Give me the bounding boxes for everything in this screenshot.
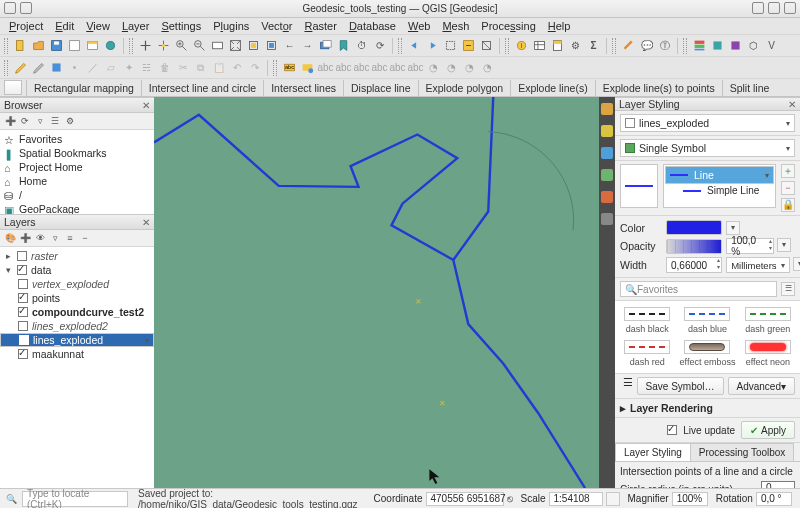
- scale-input[interactable]: 1:54108: [549, 492, 603, 506]
- opacity-slider[interactable]: [666, 239, 722, 254]
- zoom-layer-button[interactable]: [263, 37, 280, 54]
- measure-line-button[interactable]: [620, 37, 637, 54]
- identify-button[interactable]: i: [513, 37, 530, 54]
- plugin-tab-intersect-line-circle[interactable]: Intersect line and circle: [141, 80, 263, 96]
- browser-item-root[interactable]: ⛁/: [0, 188, 154, 202]
- style-manager-button[interactable]: [102, 37, 119, 54]
- new-geopackage-button[interactable]: [709, 37, 726, 54]
- menu-mesh[interactable]: Mesh: [437, 19, 474, 33]
- field-calc-button[interactable]: [549, 37, 566, 54]
- swatch-effect-neon[interactable]: effect neon: [740, 340, 796, 367]
- menu-vector[interactable]: Vector: [256, 19, 297, 33]
- swatch-dash-blue[interactable]: dash blue: [679, 307, 735, 334]
- layer-rendering-collapsible[interactable]: ▸Layer Rendering: [615, 399, 800, 418]
- lock-symbol-button[interactable]: 🔒: [781, 198, 795, 212]
- browser-collapse-button[interactable]: ☰: [48, 114, 62, 128]
- refresh-button[interactable]: ⟳: [371, 37, 388, 54]
- zoom-out-button[interactable]: [191, 37, 208, 54]
- map-tips-button[interactable]: 💬: [638, 37, 655, 54]
- browser-item-project-home[interactable]: ⌂Project Home: [0, 160, 154, 174]
- sidebar-tab-labels-icon[interactable]: [601, 125, 613, 137]
- open-attr-table-button[interactable]: [531, 37, 548, 54]
- maximize-button[interactable]: [768, 2, 780, 14]
- coordinate-toggle-icon[interactable]: ⎋: [507, 493, 513, 504]
- layers-tree[interactable]: ▸raster ▾data vertex_exploded points com…: [0, 247, 154, 488]
- menu-raster[interactable]: Raster: [299, 19, 341, 33]
- menu-processing[interactable]: Processing: [476, 19, 540, 33]
- menu-plugins[interactable]: Plugins: [208, 19, 254, 33]
- browser-item-favorites[interactable]: ☆Favorites: [0, 132, 154, 146]
- map-canvas[interactable]: [154, 97, 599, 488]
- remove-symbol-layer-button[interactable]: －: [781, 181, 795, 195]
- layout-manager-button[interactable]: [84, 37, 101, 54]
- opacity-spin[interactable]: 100,0 %: [726, 238, 774, 254]
- new-map-view-button[interactable]: [317, 37, 334, 54]
- zoom-selection-button[interactable]: [245, 37, 262, 54]
- plugin-tab-intersect-lines[interactable]: Intersect lines: [263, 80, 343, 96]
- layer-lines-exploded2[interactable]: lines_exploded2: [0, 319, 154, 333]
- pan-to-selection-button[interactable]: [155, 37, 172, 54]
- symbol-view-toggle[interactable]: ☰: [781, 282, 795, 296]
- sidebar-tab-masks-icon[interactable]: [601, 147, 613, 159]
- menu-view[interactable]: View: [81, 19, 115, 33]
- zoom-next-button[interactable]: →: [299, 37, 316, 54]
- swatch-effect-emboss[interactable]: effect emboss: [679, 340, 735, 367]
- window-pin-icon[interactable]: [20, 2, 32, 14]
- save-project-button[interactable]: [48, 37, 65, 54]
- zoom-last-button[interactable]: ←: [281, 37, 298, 54]
- add-symbol-layer-button[interactable]: ＋: [781, 164, 795, 178]
- layers-expand-button[interactable]: ≡: [63, 231, 77, 245]
- statistics-button[interactable]: Σ: [585, 37, 602, 54]
- swatch-dash-red[interactable]: dash red: [619, 340, 675, 367]
- width-unit-select[interactable]: Millimeters: [726, 257, 790, 273]
- apply-button[interactable]: ✔Apply: [741, 421, 795, 439]
- browser-close-icon[interactable]: ✕: [142, 100, 150, 111]
- sidebar-tab-diagrams-icon[interactable]: [601, 191, 613, 203]
- symbol-layer-tree[interactable]: Line Simple Line: [663, 164, 776, 208]
- undo-action-button[interactable]: [406, 37, 423, 54]
- layer-group-raster[interactable]: ▸raster: [0, 249, 154, 263]
- window-menu-icon[interactable]: [4, 2, 16, 14]
- layer-group-data[interactable]: ▾data: [0, 263, 154, 277]
- menu-settings[interactable]: Settings: [156, 19, 206, 33]
- scale-lock-button[interactable]: [606, 492, 620, 506]
- browser-item-bookmarks[interactable]: ❚Spatial Bookmarks: [0, 146, 154, 160]
- browser-filter-button[interactable]: ▿: [33, 114, 47, 128]
- close-button[interactable]: [784, 2, 796, 14]
- current-edits-button[interactable]: [12, 59, 29, 76]
- zoom-full-button[interactable]: [227, 37, 244, 54]
- layer-points[interactable]: points: [0, 291, 154, 305]
- browser-refresh-button[interactable]: ⟳: [18, 114, 32, 128]
- plugin-tab-displace-line[interactable]: Displace line: [343, 80, 418, 96]
- symbol-search-input[interactable]: 🔍 Favorites: [620, 281, 777, 297]
- sidebar-tab-history-icon[interactable]: [601, 213, 613, 225]
- layers-close-icon[interactable]: ✕: [142, 217, 150, 228]
- deselect-button[interactable]: [478, 37, 495, 54]
- menu-web[interactable]: Web: [403, 19, 435, 33]
- menu-help[interactable]: Help: [543, 19, 576, 33]
- layer-select[interactable]: lines_exploded: [620, 114, 795, 132]
- zoom-native-button[interactable]: [209, 37, 226, 54]
- open-project-button[interactable]: [30, 37, 47, 54]
- symbol-row-line[interactable]: Line: [665, 166, 774, 184]
- width-dd-button[interactable]: ▾: [793, 257, 800, 271]
- browser-tree[interactable]: ☆Favorites ❚Spatial Bookmarks ⌂Project H…: [0, 130, 154, 214]
- browser-properties-button[interactable]: ⚙: [63, 114, 77, 128]
- layer-vertex-exploded[interactable]: vertex_exploded: [0, 277, 154, 291]
- magnifier-input[interactable]: 100%: [672, 492, 708, 506]
- live-update-checkbox[interactable]: [667, 425, 677, 435]
- browser-add-button[interactable]: ➕: [3, 114, 17, 128]
- label-toolbar-2[interactable]: [299, 59, 316, 76]
- data-source-manager-button[interactable]: [691, 37, 708, 54]
- temporal-button[interactable]: ⏱: [353, 37, 370, 54]
- locator-search-icon[interactable]: 🔍: [4, 492, 18, 506]
- opacity-dd-button[interactable]: ▾: [777, 238, 791, 252]
- locator-input[interactable]: Type to locate (Ctrl+K): [22, 491, 128, 507]
- menu-database[interactable]: Database: [344, 19, 401, 33]
- tab-processing-toolbox[interactable]: Processing Toolbox: [690, 443, 795, 461]
- menu-layer[interactable]: Layer: [117, 19, 155, 33]
- select-by-value-button[interactable]: [460, 37, 477, 54]
- new-bookmark-button[interactable]: [335, 37, 352, 54]
- width-spin[interactable]: 0,66000: [666, 257, 722, 273]
- symbol-row-simple-line[interactable]: Simple Line: [665, 184, 774, 197]
